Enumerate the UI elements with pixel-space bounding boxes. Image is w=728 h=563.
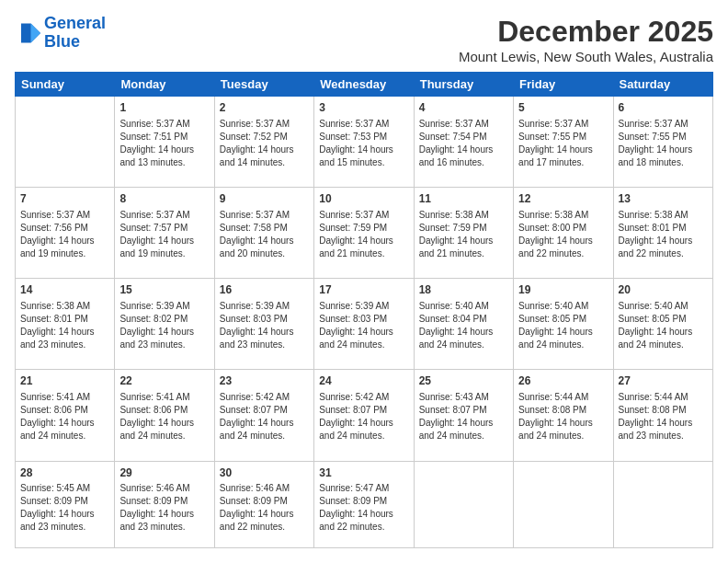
weekday-header-sunday: Sunday [16,73,115,97]
cell-info: Sunrise: 5:41 AM [119,391,209,404]
day-number: 28 [20,465,109,481]
cell-info: Daylight: 14 hours [119,417,209,430]
calendar-cell: 29Sunrise: 5:46 AMSunset: 8:09 PMDayligh… [115,461,214,547]
calendar-cell: 15Sunrise: 5:39 AMSunset: 8:02 PMDayligh… [115,279,214,370]
day-number: 19 [518,282,608,298]
cell-info: Sunrise: 5:46 AM [119,482,209,495]
calendar-cell: 25Sunrise: 5:43 AMSunset: 8:07 PMDayligh… [414,370,513,461]
day-number: 12 [518,191,608,207]
cell-info: Daylight: 14 hours [220,326,309,339]
cell-info: Sunrise: 5:40 AM [518,300,608,313]
cell-info: Sunrise: 5:37 AM [518,118,608,131]
cell-info: and 13 minutes. [119,156,209,169]
calendar-cell [16,97,115,188]
day-number: 22 [119,373,209,389]
cell-info: Daylight: 14 hours [419,417,508,430]
cell-info: and 15 minutes. [319,156,408,169]
cell-info: Sunset: 8:00 PM [518,222,608,235]
calendar-cell: 20Sunrise: 5:40 AMSunset: 8:05 PMDayligh… [613,279,712,370]
cell-info: Daylight: 14 hours [119,508,209,521]
cell-info: Sunrise: 5:37 AM [619,118,708,131]
cell-info: and 24 minutes. [220,430,309,442]
weekday-header-row: SundayMondayTuesdayWednesdayThursdayFrid… [16,73,713,97]
logo-icon [15,20,40,46]
day-number: 4 [419,100,508,116]
day-number: 23 [220,373,309,389]
cell-info: Daylight: 14 hours [319,326,408,339]
cell-info: Sunset: 8:05 PM [518,313,608,326]
cell-info: Daylight: 14 hours [319,235,408,247]
day-number: 3 [319,100,408,116]
calendar-cell: 9Sunrise: 5:37 AMSunset: 7:58 PMDaylight… [214,188,313,279]
cell-info: Daylight: 14 hours [220,508,309,521]
cell-info: Sunset: 7:54 PM [419,131,508,144]
calendar-cell: 6Sunrise: 5:37 AMSunset: 7:55 PMDaylight… [613,97,712,188]
location: Mount Lewis, New South Wales, Australia [459,49,713,64]
header: General Blue December 2025 Mount Lewis, … [15,15,713,64]
calendar-cell [414,461,513,547]
cell-info: Daylight: 14 hours [619,326,708,339]
cell-info: and 23 minutes. [20,521,109,534]
cell-info: Sunset: 8:05 PM [619,313,708,326]
month-title: December 2025 [459,15,713,49]
cell-info: and 21 minutes. [319,247,408,260]
day-number: 17 [319,282,408,298]
day-number: 24 [319,373,408,389]
day-number: 11 [419,191,508,207]
cell-info: Sunrise: 5:37 AM [319,118,408,131]
cell-info: Sunset: 8:06 PM [119,404,209,417]
cell-info: Sunset: 8:09 PM [20,495,109,508]
weekday-header-monday: Monday [115,73,214,97]
calendar-cell: 1Sunrise: 5:37 AMSunset: 7:51 PMDaylight… [115,97,214,188]
day-number: 21 [20,373,109,389]
cell-info: and 24 minutes. [20,430,109,442]
weekday-header-friday: Friday [514,73,613,97]
calendar-cell: 19Sunrise: 5:40 AMSunset: 8:05 PMDayligh… [514,279,613,370]
cell-info: Sunrise: 5:45 AM [20,482,109,495]
cell-info: and 24 minutes. [319,339,408,351]
cell-info: Sunrise: 5:41 AM [20,391,109,404]
calendar-table: SundayMondayTuesdayWednesdayThursdayFrid… [15,72,713,548]
calendar-cell: 14Sunrise: 5:38 AMSunset: 8:01 PMDayligh… [16,279,115,370]
calendar-cell: 8Sunrise: 5:37 AMSunset: 7:57 PMDaylight… [115,188,214,279]
cell-info: Daylight: 14 hours [619,235,708,247]
cell-info: and 24 minutes. [518,430,608,442]
cell-info: Sunset: 7:55 PM [518,131,608,144]
calendar-cell: 3Sunrise: 5:37 AMSunset: 7:53 PMDaylight… [314,97,414,188]
calendar-cell: 13Sunrise: 5:38 AMSunset: 8:01 PMDayligh… [613,188,712,279]
cell-info: Sunrise: 5:46 AM [220,482,309,495]
calendar-cell: 16Sunrise: 5:39 AMSunset: 8:03 PMDayligh… [214,279,313,370]
logo-line1: General [44,14,106,32]
cell-info: Sunrise: 5:38 AM [20,300,109,313]
logo-line2: Blue [44,32,80,51]
cell-info: Sunrise: 5:43 AM [419,391,508,404]
cell-info: Sunrise: 5:37 AM [220,118,309,131]
calendar-cell [514,461,613,547]
weekday-header-saturday: Saturday [613,73,712,97]
cell-info: Sunrise: 5:38 AM [619,209,708,222]
cell-info: and 24 minutes. [119,430,209,442]
calendar-week-1: 1Sunrise: 5:37 AMSunset: 7:51 PMDaylight… [16,97,713,188]
logo-text: General Blue [44,15,106,52]
calendar-week-2: 7Sunrise: 5:37 AMSunset: 7:56 PMDaylight… [16,188,713,279]
cell-info: Sunrise: 5:37 AM [220,209,309,222]
cell-info: Sunset: 8:08 PM [619,404,708,417]
cell-info: Daylight: 14 hours [220,417,309,430]
cell-info: Daylight: 14 hours [518,144,608,156]
day-number: 10 [319,191,408,207]
cell-info: Sunset: 8:07 PM [220,404,309,417]
cell-info: and 23 minutes. [20,339,109,351]
cell-info: Sunset: 7:58 PM [220,222,309,235]
cell-info: Sunrise: 5:44 AM [619,391,708,404]
cell-info: Sunset: 7:52 PM [220,131,309,144]
calendar-cell: 5Sunrise: 5:37 AMSunset: 7:55 PMDaylight… [514,97,613,188]
cell-info: Sunrise: 5:42 AM [319,391,408,404]
calendar-cell: 26Sunrise: 5:44 AMSunset: 8:08 PMDayligh… [514,370,613,461]
cell-info: Sunset: 7:51 PM [119,131,209,144]
day-number: 29 [119,465,209,481]
cell-info: and 23 minutes. [119,521,209,534]
weekday-header-thursday: Thursday [414,73,513,97]
calendar-week-5: 28Sunrise: 5:45 AMSunset: 8:09 PMDayligh… [16,461,713,547]
day-number: 8 [119,191,209,207]
cell-info: Sunset: 8:07 PM [419,404,508,417]
